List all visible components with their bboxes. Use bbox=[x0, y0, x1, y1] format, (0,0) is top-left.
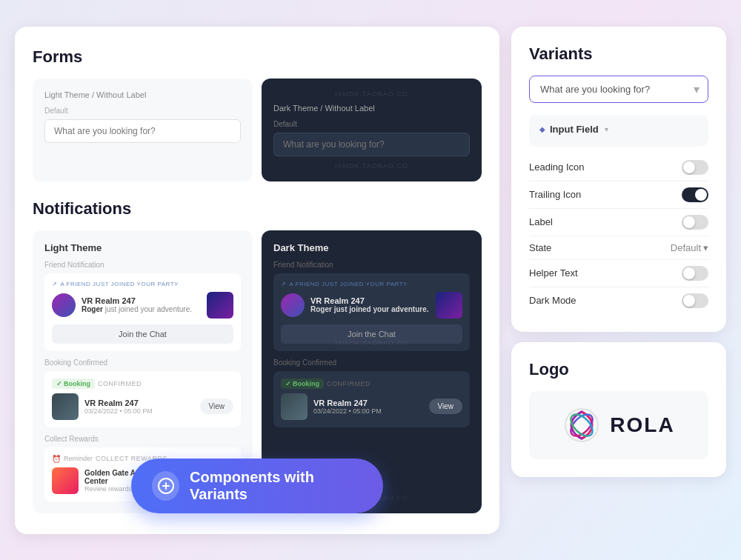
dark-friend-notification: ↗ A FRIEND JUST JOINED YOUR PARTY VR Rea… bbox=[273, 273, 470, 351]
forms-row: Light Theme / Without Label Default IAMD… bbox=[33, 79, 482, 181]
trailing-icon-toggle-knob bbox=[695, 189, 707, 201]
dark-joined-icon: ↗ bbox=[281, 281, 287, 287]
booking-image bbox=[52, 393, 79, 420]
pill-icon bbox=[152, 471, 179, 501]
dark-friend-name: VR Realm 247 bbox=[310, 296, 430, 305]
light-theme-label: Light Theme / Without Label bbox=[44, 90, 241, 99]
dark-booking-text: VR Realm 247 03/24/2022 • 05:00 PM bbox=[313, 399, 423, 415]
dark-booking-card: ✓ Booking CONFIRMED VR Realm 247 03/24/2… bbox=[273, 371, 470, 427]
dark-booking-header: ✓ Booking CONFIRMED bbox=[281, 379, 462, 389]
game-thumbnail bbox=[207, 292, 233, 319]
state-label: State bbox=[529, 242, 551, 253]
leading-icon-toggle-knob bbox=[683, 161, 695, 173]
pill-text: Components with Variants bbox=[190, 469, 362, 503]
dark-confirmed-text: CONFIRMED bbox=[327, 380, 370, 387]
label-toggle-knob bbox=[683, 216, 695, 228]
helper-text-toggle[interactable] bbox=[682, 266, 708, 281]
light-theme-notif-label: Light Theme bbox=[44, 242, 241, 253]
dark-mode-toggle[interactable] bbox=[682, 293, 708, 308]
state-chevron-icon: ▾ bbox=[703, 242, 708, 253]
friend-sub: Roger just joined your adventure. bbox=[82, 305, 201, 313]
logo-card: Logo bbox=[511, 342, 726, 477]
form-card-dark: IAMDK.TAOBAO.CO Dark Theme / Without Lab… bbox=[262, 79, 482, 181]
booking-badge: ✓ Booking bbox=[52, 379, 95, 389]
friend-name: VR Realm 247 bbox=[82, 296, 201, 305]
friend-info-row: VR Realm 247 Roger just joined your adve… bbox=[52, 292, 233, 319]
join-chat-button[interactable]: Join the Chat bbox=[52, 324, 233, 344]
dark-booking-image bbox=[281, 393, 308, 420]
dark-check-icon: ✓ bbox=[285, 380, 291, 387]
reminder-icon: ⏰ bbox=[52, 455, 61, 463]
joined-icon: ↗ bbox=[52, 281, 58, 287]
dark-theme-notif-label: Dark Theme bbox=[273, 242, 470, 253]
label-toggle-label: Label bbox=[529, 216, 553, 227]
leading-icon-row: Leading Icon bbox=[529, 154, 708, 181]
logo-title: Logo bbox=[529, 360, 708, 379]
rola-wordmark: ROLA bbox=[610, 413, 674, 437]
label-toggle[interactable] bbox=[682, 215, 708, 230]
avatar bbox=[52, 293, 76, 317]
rola-logo-icon bbox=[562, 406, 601, 444]
leading-icon-toggle[interactable] bbox=[682, 160, 708, 175]
diamond-icon: ◆ bbox=[539, 125, 545, 133]
notifications-title: Notifications bbox=[33, 199, 482, 219]
variants-card: Variants What are you looking for? ▾ ◆ I… bbox=[511, 27, 726, 332]
input-field-section: ◆ Input Field ▾ bbox=[529, 115, 708, 147]
helper-text-label: Helper Text bbox=[529, 267, 578, 279]
dark-game-thumbnail bbox=[436, 292, 462, 319]
rewards-image bbox=[52, 467, 79, 494]
state-value[interactable]: Default ▾ bbox=[671, 242, 708, 253]
floating-pill[interactable]: Components with Variants bbox=[131, 459, 383, 513]
search-input-dark[interactable] bbox=[273, 133, 470, 156]
booking-text: VR Realm 247 03/24/2022 • 05:00 PM bbox=[84, 399, 194, 415]
dark-join-chat-button[interactable]: Join the Chat bbox=[281, 324, 462, 344]
dark-friend-sub: Roger just joined your adventure. bbox=[310, 305, 430, 313]
label-row: Label bbox=[529, 209, 708, 236]
dark-mode-row: Dark Mode bbox=[529, 287, 708, 314]
booking-content-row: VR Realm 247 03/24/2022 • 05:00 PM View bbox=[52, 393, 233, 420]
pill-svg-icon bbox=[157, 477, 175, 495]
view-button[interactable]: View bbox=[200, 399, 234, 414]
left-panel: Forms Light Theme / Without Label Defaul… bbox=[15, 27, 499, 534]
booking-name: VR Realm 247 bbox=[84, 399, 194, 407]
dark-view-button[interactable]: View bbox=[429, 399, 463, 414]
rewards-section-label: Collect Rewards bbox=[44, 435, 241, 443]
trailing-icon-toggle[interactable] bbox=[682, 187, 708, 202]
booking-header: ✓ Booking CONFIRMED bbox=[52, 379, 233, 389]
dark-booking-name: VR Realm 247 bbox=[313, 399, 423, 407]
dark-friend-banner: ↗ A FRIEND JUST JOINED YOUR PARTY bbox=[281, 281, 462, 287]
input-field-chevron-icon: ▾ bbox=[605, 125, 608, 133]
dark-friend-notif-label: Friend Notification bbox=[273, 261, 470, 269]
trailing-icon-row: Trailing Icon bbox=[529, 181, 708, 209]
dark-avatar bbox=[281, 293, 305, 317]
variants-title: Variants bbox=[529, 44, 708, 64]
dark-friend-info-row: VR Realm 247 Roger just joined your adve… bbox=[281, 292, 462, 319]
form-default-dark-label: Default bbox=[273, 120, 470, 128]
right-panel: Variants What are you looking for? ▾ ◆ I… bbox=[511, 27, 726, 477]
logo-display: ROLA bbox=[529, 391, 708, 459]
dark-booking-content: VR Realm 247 03/24/2022 • 05:00 PM View bbox=[281, 393, 462, 420]
dark-booking-date: 03/24/2022 • 05:00 PM bbox=[313, 407, 423, 415]
dark-booking-badge: ✓ Booking bbox=[281, 379, 324, 389]
reminder-label: Reminder bbox=[64, 455, 93, 462]
state-row: State Default ▾ bbox=[529, 236, 708, 260]
watermark-bottom: IAMDK.TAOBAO.CO bbox=[273, 162, 470, 170]
input-field-label: Input Field bbox=[550, 124, 599, 135]
search-input-light[interactable] bbox=[44, 119, 241, 143]
form-default-label: Default bbox=[44, 107, 241, 115]
helper-text-toggle-knob bbox=[683, 267, 695, 279]
dark-booking-section-label: Booking Confirmed bbox=[273, 359, 470, 367]
check-icon: ✓ bbox=[56, 380, 62, 387]
booking-card: ✓ Booking CONFIRMED VR Realm 247 03/24/2… bbox=[44, 371, 241, 427]
trailing-icon-label: Trailing Icon bbox=[529, 189, 581, 200]
forms-title: Forms bbox=[33, 47, 482, 67]
friend-joined-banner: ↗ A FRIEND JUST JOINED YOUR PARTY bbox=[52, 281, 233, 287]
leading-icon-label: Leading Icon bbox=[529, 161, 584, 173]
booking-date: 03/24/2022 • 05:00 PM bbox=[84, 407, 194, 415]
form-card-light: Light Theme / Without Label Default bbox=[33, 79, 253, 181]
input-field-header: ◆ Input Field ▾ bbox=[539, 124, 698, 135]
variants-select[interactable]: What are you looking for? bbox=[529, 76, 708, 103]
confirmed-text: CONFIRMED bbox=[98, 380, 142, 387]
friend-notif-section-label: Friend Notification bbox=[44, 261, 241, 269]
watermark-top: IAMDK.TAOBAO.CO bbox=[273, 90, 470, 98]
